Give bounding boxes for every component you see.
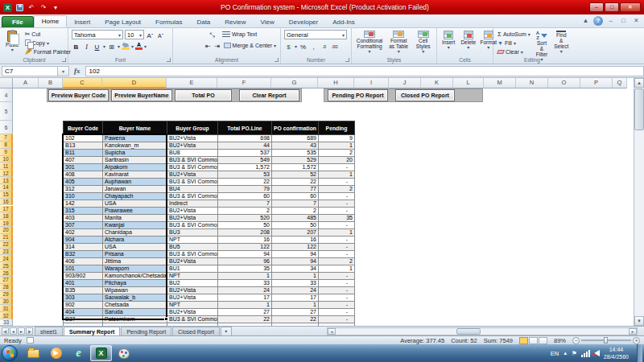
sheet-tab-sheet1[interactable]: sheet1: [35, 327, 63, 335]
cell[interactable]: BU3 & SVI Common: [167, 164, 218, 171]
cell[interactable]: Kamonchanok/Chetsada: [103, 273, 167, 280]
cell[interactable]: 902: [64, 302, 103, 309]
cut-button[interactable]: ✂Cut: [24, 30, 72, 38]
fill-color-button[interactable]: [122, 43, 130, 50]
column-header-B[interactable]: B: [39, 78, 63, 88]
worksheet-grid[interactable]: ▲ ▼ ABCDEFGHIJKLMNOPQ4567891011121314151…: [0, 78, 644, 326]
column-header-H[interactable]: H: [318, 78, 354, 88]
cell[interactable]: Wipawan: [103, 287, 167, 294]
conditional-formatting-button[interactable]: Conditional Formatting▾: [355, 30, 384, 56]
cell[interactable]: -: [319, 287, 355, 294]
row-header-14[interactable]: 14: [0, 184, 13, 191]
workbook-restore-icon[interactable]: □: [618, 16, 629, 26]
horizontal-scrollbar[interactable]: ◂ ▸: [327, 327, 638, 335]
merge-center-button[interactable]: Merge & Center▾: [223, 42, 277, 50]
cell[interactable]: Chanidapa: [103, 229, 167, 237]
cell[interactable]: 1,572: [218, 164, 272, 171]
column-header-J[interactable]: J: [389, 78, 421, 88]
cell[interactable]: Arpakorn: [103, 164, 167, 171]
cell[interactable]: 52: [272, 171, 319, 179]
start-button[interactable]: [2, 345, 18, 361]
column-header-A[interactable]: A: [13, 78, 39, 88]
cell[interactable]: 1,572: [272, 164, 319, 171]
cell[interactable]: BU3 & SVI Common: [167, 251, 218, 258]
excel-app-icon[interactable]: X: [3, 3, 12, 12]
taskbar-media-player-button[interactable]: ▶: [45, 345, 67, 361]
borders-button[interactable]: ⊞: [107, 42, 116, 51]
cell[interactable]: B37: [64, 316, 103, 323]
cell[interactable]: Chayapach: [103, 193, 167, 200]
formula-input[interactable]: 102: [85, 66, 644, 76]
row-header-20[interactable]: 20: [0, 227, 13, 234]
cell[interactable]: 485: [272, 215, 319, 222]
cell[interactable]: Kanokwan_m: [103, 142, 167, 150]
number-format-select[interactable]: General▾: [284, 30, 347, 39]
cell[interactable]: Pawena: [103, 135, 167, 142]
row-header-22[interactable]: 22: [0, 241, 13, 249]
cell[interactable]: 401: [64, 280, 103, 287]
cell[interactable]: 20: [319, 157, 355, 164]
cell[interactable]: 44: [218, 142, 272, 150]
row-header-23[interactable]: 23: [0, 249, 13, 256]
cell[interactable]: 301: [64, 164, 103, 171]
cell[interactable]: 94: [272, 258, 319, 265]
column-header-K[interactable]: K: [421, 78, 453, 88]
sheet-tab-pending-report[interactable]: Pending Report: [121, 327, 171, 335]
cell[interactable]: BU3 & SVI Common: [167, 222, 218, 229]
cell[interactable]: USA: [103, 200, 167, 208]
cell[interactable]: 7: [218, 200, 272, 208]
cell[interactable]: 35: [218, 265, 272, 273]
clipboard-dialog-launcher-icon[interactable]: [62, 58, 66, 62]
cell[interactable]: Supicha: [103, 150, 167, 157]
row-header-18[interactable]: 18: [0, 212, 13, 220]
row-header-16[interactable]: 16: [0, 199, 13, 206]
help-icon[interactable]: ?: [593, 16, 603, 26]
cell[interactable]: -: [319, 302, 355, 309]
cell[interactable]: BU3 & SVI Common: [167, 157, 218, 164]
row-header-17[interactable]: 17: [0, 206, 13, 213]
vertical-scrollbar[interactable]: ▲ ▼: [634, 78, 644, 326]
cell[interactable]: 2: [218, 208, 272, 215]
row-header-19[interactable]: 19: [0, 220, 13, 227]
decrease-decimal-button[interactable]: .00: [330, 42, 339, 51]
cell[interactable]: 520: [218, 215, 272, 222]
cell[interactable]: 33: [272, 280, 319, 287]
cell[interactable]: -: [319, 273, 355, 280]
cell[interactable]: 2: [319, 258, 355, 265]
cell[interactable]: Patsornkorn: [103, 316, 167, 323]
scroll-up-icon[interactable]: ▲: [634, 78, 644, 88]
column-header-M[interactable]: M: [484, 78, 516, 88]
form-button-pending-po-report[interactable]: Pending PO Report: [328, 89, 388, 101]
align-right-icon[interactable]: [195, 41, 203, 50]
cell[interactable]: 43: [272, 142, 319, 150]
row-header-4[interactable]: 4: [0, 88, 13, 102]
shrink-font-button[interactable]: Aˇ: [156, 31, 165, 39]
cell[interactable]: 34: [272, 265, 319, 273]
delete-cells-button[interactable]: Delete▾: [460, 30, 477, 56]
prev-sheet-icon[interactable]: ◂: [10, 327, 17, 335]
cell[interactable]: 310: [64, 193, 103, 200]
column-header-D[interactable]: D: [102, 78, 167, 88]
cell[interactable]: -: [319, 294, 355, 302]
cell[interactable]: B32: [64, 251, 103, 258]
row-header-9[interactable]: 9: [0, 149, 13, 156]
cell[interactable]: 312: [64, 186, 103, 193]
table-header-buyer-group[interactable]: Buyer Group: [167, 121, 218, 135]
workbook-minimize-icon[interactable]: –: [605, 16, 616, 26]
row-header-24[interactable]: 24: [0, 255, 13, 262]
first-sheet-icon[interactable]: ◂|: [2, 327, 9, 335]
copy-button[interactable]: Copy▾: [24, 39, 72, 47]
cell[interactable]: 33: [218, 280, 272, 287]
font-dialog-launcher-icon[interactable]: [167, 58, 171, 62]
cell[interactable]: 16: [272, 237, 319, 244]
form-button-total-po[interactable]: Total PO: [175, 89, 232, 101]
cell[interactable]: 904: [64, 237, 103, 244]
font-color-button[interactable]: A: [135, 43, 142, 50]
column-header-G[interactable]: G: [271, 78, 318, 88]
vertical-scroll-thumb[interactable]: [634, 88, 644, 130]
row-header-6[interactable]: 6: [0, 121, 13, 134]
cell[interactable]: BU2+Vista: [167, 135, 218, 142]
cell[interactable]: Jittima: [103, 258, 167, 265]
cell[interactable]: -: [319, 237, 355, 244]
row-header-32[interactable]: 32: [0, 312, 13, 319]
